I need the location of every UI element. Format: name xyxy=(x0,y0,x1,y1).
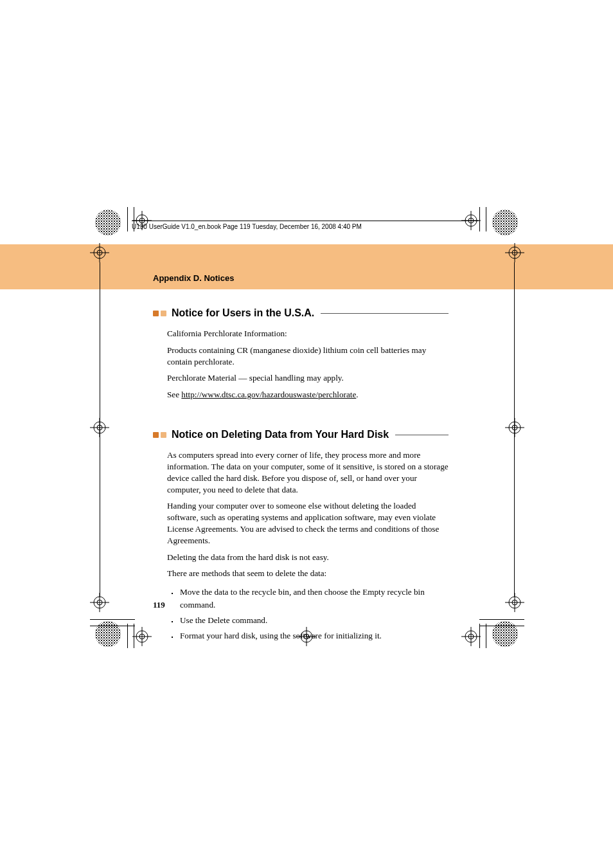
paragraph: Perchlorate Material — special handling … xyxy=(167,372,449,384)
registration-mark-icon xyxy=(297,627,316,646)
registration-mark-icon xyxy=(132,627,152,646)
registration-mark-icon xyxy=(505,593,524,612)
section-rule-icon xyxy=(321,313,449,314)
registration-mark-icon xyxy=(505,243,524,262)
paragraph: There are methods that seem to delete th… xyxy=(167,568,449,579)
file-info-text: U130 UserGuide V1.0_en.book Page 119 Tue… xyxy=(132,223,362,230)
page-number: 119 xyxy=(153,600,165,610)
section-bullet-squares-icon xyxy=(153,432,166,438)
paragraph: See http://www.dtsc.ca.gov/hazardouswast… xyxy=(167,389,449,401)
file-info-strip: U130 UserGuide V1.0_en.book Page 119 Tue… xyxy=(132,221,479,230)
crop-mark-icon xyxy=(127,624,128,648)
text: . xyxy=(356,390,358,399)
crop-mark-icon xyxy=(479,626,524,626)
crop-mark-icon xyxy=(100,262,100,597)
crop-mark-icon xyxy=(90,619,135,620)
section-title: Notice on Deleting Data from Your Hard D… xyxy=(172,429,389,440)
crop-mark-icon xyxy=(514,262,515,597)
crop-mark-icon xyxy=(90,626,135,626)
perchlorate-link[interactable]: http://www.dtsc.ca.gov/hazardouswaste/pe… xyxy=(181,390,356,399)
registration-mark-icon xyxy=(505,418,524,437)
paragraph: Products containing CR (manganese dioxid… xyxy=(167,345,449,368)
section-bullet-squares-icon xyxy=(153,311,166,316)
list-item: Use the Delete command. xyxy=(179,614,449,627)
registration-mark-icon xyxy=(461,211,481,230)
section-header: Notice for Users in the U.S.A. xyxy=(153,307,449,319)
section-header: Notice on Deleting Data from Your Hard D… xyxy=(153,429,449,440)
paragraph: California Perchlorate Information: xyxy=(167,328,449,339)
crop-mark-icon xyxy=(486,207,486,231)
paragraph: As computers spread into every corner of… xyxy=(167,449,449,495)
content-area: Appendix D. Notices Notice for Users in … xyxy=(153,273,449,644)
registration-mark-icon xyxy=(90,243,109,262)
section-title: Notice for Users in the U.S.A. xyxy=(172,307,314,319)
registration-mark-icon xyxy=(461,627,481,646)
page-root: U130 UserGuide V1.0_en.book Page 119 Tue… xyxy=(0,0,613,868)
crop-mark-icon xyxy=(479,619,524,620)
section-usa-notice: Notice for Users in the U.S.A. Californi… xyxy=(153,307,449,401)
appendix-heading: Appendix D. Notices xyxy=(153,273,449,283)
text: See xyxy=(167,390,181,399)
registration-mark-icon xyxy=(132,211,152,230)
crop-mark-icon xyxy=(486,624,486,648)
paragraph: Handing your computer over to someone el… xyxy=(167,500,449,546)
section-rule-icon xyxy=(395,435,449,435)
paragraph: Deleting the data from the hard disk is … xyxy=(167,552,449,563)
list-item: Move the data to the recycle bin, and th… xyxy=(179,586,449,611)
section-deleting-data: Notice on Deleting Data from Your Hard D… xyxy=(153,429,449,642)
crop-mark-icon xyxy=(127,207,128,231)
